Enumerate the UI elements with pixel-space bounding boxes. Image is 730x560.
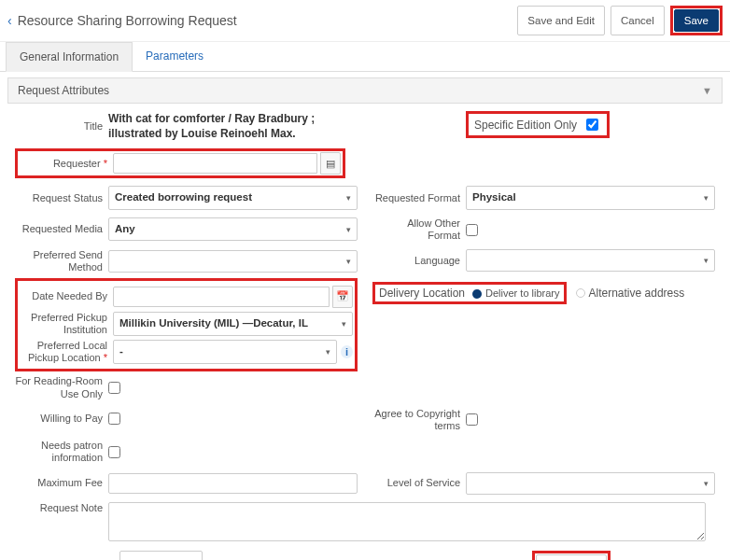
label-max-fee: Maximum Fee: [15, 477, 108, 489]
add-partners-button[interactable]: Add Partners: [119, 551, 203, 560]
highlight-save: Save: [670, 6, 723, 35]
select-language[interactable]: ▾: [466, 249, 715, 272]
tabs: General Information Parameters: [0, 42, 730, 72]
value-title: With cat for comforter / Ray Bradbury ; …: [108, 111, 358, 141]
info-icon[interactable]: i: [341, 345, 353, 358]
checkbox-specific-edition[interactable]: [586, 119, 598, 131]
checkbox-reading-room[interactable]: [108, 382, 120, 394]
radio-deliver-to-library[interactable]: Deliver to library: [472, 287, 559, 299]
back-icon[interactable]: ‹: [7, 13, 12, 28]
select-requested-media[interactable]: Any▾: [108, 217, 358, 242]
label-level-service: Level of Service: [372, 477, 466, 489]
label-needs-patron: Needs patron information: [15, 440, 108, 464]
label-language: Language: [372, 255, 466, 267]
label-delivery-location: Delivery Location: [379, 287, 465, 300]
list-icon[interactable]: ▤: [320, 152, 341, 175]
label-requester: Requester *: [20, 158, 113, 170]
add-rotas-button[interactable]: Add Rotas: [536, 554, 607, 560]
label-requested-format: Requested Format: [372, 192, 466, 204]
highlight-requester: Requester * ▤: [15, 148, 345, 178]
select-preferred-send[interactable]: ▾: [108, 250, 358, 273]
checkbox-agree-copyright[interactable]: [466, 413, 478, 426]
checkbox-willing-pay[interactable]: [108, 413, 120, 425]
label-specific-edition: Specific Edition Only: [474, 119, 577, 132]
save-and-edit-button[interactable]: Save and Edit: [517, 6, 605, 35]
label-allow-other-format: Allow Other Format: [372, 217, 466, 242]
calendar-icon[interactable]: 📅: [332, 286, 353, 308]
label-willing-pay: Willing to Pay: [15, 413, 108, 425]
radio-group-delivery: Deliver to library: [472, 287, 559, 299]
max-fee-input[interactable]: [108, 473, 358, 494]
label-pickup-institution: Preferred Pickup Institution: [20, 312, 113, 336]
tab-parameters[interactable]: Parameters: [133, 42, 217, 71]
label-requested-media: Requested Media: [15, 223, 108, 235]
checkbox-needs-patron[interactable]: [108, 446, 120, 458]
select-request-status[interactable]: Created borrowing request▾: [108, 186, 358, 210]
cancel-button[interactable]: Cancel: [611, 6, 665, 35]
top-bar: ‹ Resource Sharing Borrowing Request Sav…: [0, 0, 730, 42]
highlight-date-pickup: Date Needed By 📅 Preferred Pickup Instit…: [15, 278, 358, 372]
radio-alternative-address[interactable]: Alternative address: [576, 287, 685, 300]
select-requested-format[interactable]: Physical▾: [466, 186, 715, 210]
highlight-specific-edition: Specific Edition Only: [466, 111, 610, 138]
label-date-needed: Date Needed By: [20, 290, 113, 302]
label-agree-copyright: Agree to Copyright terms: [372, 408, 466, 432]
highlight-add-rotas: Add Rotas: [532, 551, 611, 560]
label-preferred-send: Preferred Send Method: [15, 249, 108, 273]
label-reading-room: For Reading-Room Use Only: [15, 375, 108, 399]
chevron-down-icon[interactable]: ▼: [702, 85, 712, 96]
tab-general-information[interactable]: General Information: [6, 42, 133, 72]
requester-input[interactable]: [113, 153, 317, 174]
checkbox-allow-other-format[interactable]: [466, 224, 478, 236]
label-request-status: Request Status: [15, 192, 108, 204]
save-button[interactable]: Save: [674, 9, 719, 32]
date-needed-input[interactable]: [113, 287, 330, 307]
select-local-pickup[interactable]: -▾: [113, 340, 337, 364]
request-attributes-body: Title With cat for comforter / Ray Bradb…: [0, 104, 730, 560]
section-header-request-attributes[interactable]: Request Attributes ▼: [7, 77, 723, 104]
label-request-note: Request Note: [15, 502, 108, 514]
highlight-delivery-location: Delivery Location Deliver to library: [372, 282, 567, 304]
label-title: Title: [15, 120, 108, 133]
section-title: Request Attributes: [18, 84, 109, 97]
request-note-textarea[interactable]: [108, 502, 706, 541]
page-title: Resource Sharing Borrowing Request: [18, 13, 518, 28]
select-pickup-institution[interactable]: Millikin University (MIL) —Decatur, IL▾: [113, 312, 353, 336]
label-local-pickup: Preferred Local Pickup Location *: [20, 340, 113, 364]
select-level-service[interactable]: ▾: [466, 472, 715, 495]
